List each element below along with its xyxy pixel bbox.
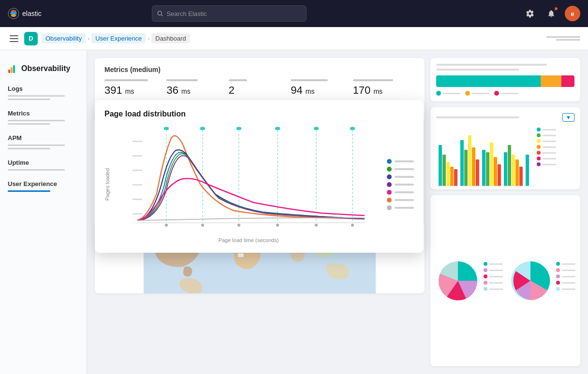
- dashboard-tab[interactable]: D: [24, 32, 38, 45]
- bcl-line-5: [543, 152, 556, 154]
- legend-bar-2: [395, 168, 414, 170]
- bcl-dot-5: [537, 151, 541, 155]
- bar-chart-header: ▼: [436, 113, 574, 122]
- dot-red: [494, 91, 499, 96]
- p1-line-3: [489, 276, 503, 277]
- legend-item-1: [387, 159, 414, 164]
- elastic-logo-icon: [8, 8, 19, 19]
- bar-chart-dropdown[interactable]: ▼: [562, 113, 574, 122]
- svg-rect-53: [504, 152, 507, 186]
- bar-chart-body: [436, 126, 574, 188]
- pie-chart-2: [509, 259, 552, 302]
- breadcrumb-observability[interactable]: Observability: [42, 33, 86, 43]
- svg-rect-7: [8, 70, 10, 73]
- svg-rect-48: [482, 150, 485, 186]
- svg-rect-40: [446, 162, 450, 186]
- sidebar-item-apm[interactable]: APM: [0, 130, 87, 153]
- svg-point-24: [201, 224, 204, 227]
- svg-rect-47: [476, 159, 479, 186]
- svg-rect-52: [498, 164, 501, 186]
- pie-chart-1-container: [436, 259, 503, 302]
- p2l-1: [556, 262, 575, 266]
- chart-y-label: Pages loaded: [104, 168, 110, 201]
- p1l-3: [484, 274, 503, 278]
- p1l-5: [484, 287, 503, 291]
- breadcrumb-user-experience[interactable]: User Experience: [91, 33, 146, 43]
- svg-line-6: [162, 14, 163, 16]
- pie-2-legend: [556, 259, 575, 291]
- bcl-1: [537, 128, 556, 131]
- breadcrumb-bar: D Observability › User Experience › Dash…: [0, 27, 588, 50]
- p2-dot-1: [556, 262, 560, 266]
- breadcrumb-right-controls: [546, 36, 580, 41]
- svg-rect-30: [132, 155, 142, 157]
- chart-container-area: Page load distribution Pages loaded: [95, 129, 425, 293]
- sidebar-item-user-experience[interactable]: User Experience: [0, 176, 87, 196]
- svg-rect-50: [490, 143, 493, 186]
- sidebar-item-uptime[interactable]: Uptime: [0, 155, 87, 174]
- bcl-line-3: [543, 141, 556, 142]
- breadcrumb-arrow-1: ›: [88, 35, 89, 42]
- metric-value-2: 36 ms: [166, 84, 228, 97]
- bcl-7: [537, 162, 556, 166]
- bcl-6: [537, 157, 556, 160]
- settings-button[interactable]: [522, 6, 538, 21]
- legend-bar-3: [395, 176, 414, 178]
- metric-value-1: 391 ms: [104, 84, 166, 97]
- search-icon: [157, 11, 163, 17]
- legend-bar-4: [395, 184, 414, 186]
- svg-rect-38: [439, 145, 442, 186]
- notifications-button[interactable]: [544, 6, 559, 21]
- gear-icon: [526, 9, 534, 18]
- breadcrumb-dashboard[interactable]: Dashboard: [151, 33, 190, 43]
- elastic-logo[interactable]: elastic: [8, 8, 42, 19]
- sidebar-logs-label: Logs: [8, 85, 23, 92]
- bar-chart-card: ▼: [430, 107, 580, 189]
- svg-rect-16: [164, 127, 169, 130]
- p1-line-2: [489, 270, 503, 271]
- sidebar-item-logs[interactable]: Logs: [0, 81, 87, 104]
- top-navigation: elastic Search Elastic e: [0, 0, 588, 27]
- observability-icon: [8, 64, 17, 73]
- breadcrumb-items: Observability › User Experience › Dashbo…: [42, 33, 190, 43]
- sidebar-user-experience-label: User Experience: [8, 180, 57, 187]
- p2-line-2: [562, 270, 575, 271]
- bell-icon: [547, 9, 556, 18]
- svg-rect-46: [472, 147, 475, 186]
- svg-rect-42: [454, 169, 457, 186]
- legend-bar-1: [395, 160, 414, 162]
- legend-dot-1: [387, 159, 392, 164]
- p1l-2: [484, 268, 503, 272]
- p1l-4: [484, 281, 503, 285]
- p1-dot-2: [484, 268, 487, 272]
- p2-dot-5: [556, 287, 560, 291]
- p2-dot-4: [556, 281, 560, 285]
- bcl-line-7: [543, 164, 556, 165]
- stacked-seg-2: [541, 75, 561, 87]
- p1-dot-4: [484, 281, 487, 285]
- p1-line-5: [489, 288, 503, 290]
- sidebar-item-metrics[interactable]: Metrics: [0, 106, 87, 129]
- legend-dot-4: [387, 182, 392, 187]
- svg-rect-19: [275, 127, 280, 130]
- metric-value-4: 94 ms: [291, 84, 353, 97]
- user-avatar-button[interactable]: e: [565, 6, 580, 21]
- legend-item-4: [387, 182, 414, 187]
- bar-chart-legend: [537, 126, 556, 188]
- p2l-4: [556, 281, 575, 285]
- svg-rect-34: [132, 213, 142, 215]
- svg-point-3: [11, 14, 16, 17]
- hamburger-menu[interactable]: [8, 33, 20, 44]
- legend-bar-5: [395, 191, 414, 193]
- stacked-seg-1: [436, 75, 541, 87]
- search-bar[interactable]: Search Elastic: [152, 5, 307, 22]
- legend-yellow: [465, 91, 489, 96]
- svg-rect-43: [460, 140, 464, 186]
- svg-rect-8: [11, 67, 13, 73]
- legend-dot-6: [387, 198, 392, 202]
- p2-line-1: [562, 263, 575, 265]
- line-teal: [443, 93, 460, 94]
- svg-point-25: [237, 224, 240, 227]
- svg-rect-9: [13, 65, 15, 73]
- line-red: [501, 93, 518, 94]
